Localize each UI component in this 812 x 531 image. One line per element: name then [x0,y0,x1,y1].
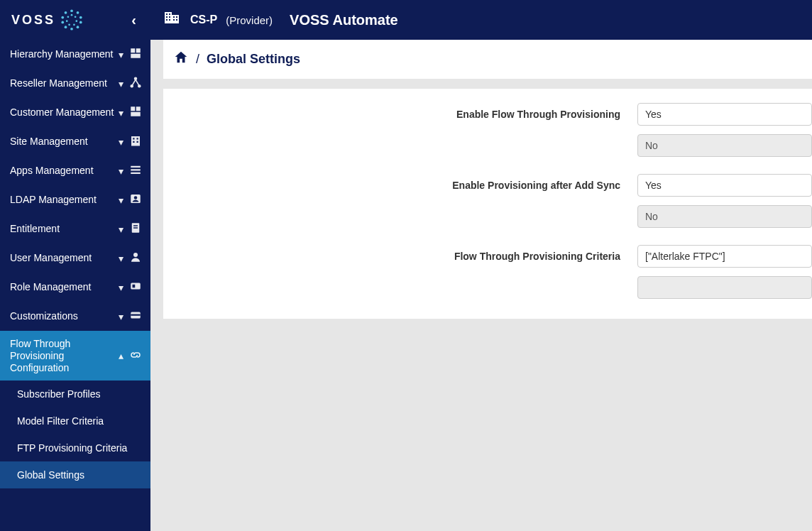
form-label: Enable Flow Through Provisioning [163,103,637,126]
chevron-down-icon: ▾ [119,78,124,89]
sidebar-item-label: User Management [10,252,114,264]
home-icon[interactable] [173,50,189,69]
chevron-down-icon: ▾ [119,253,124,264]
svg-rect-27 [133,138,134,139]
contact-icon [129,192,142,207]
provider-label: (Provider) [226,14,273,26]
provider-code[interactable]: CS-P [190,13,217,26]
svg-point-12 [75,20,77,22]
sub-item-label: FTP Provisioning Criteria [17,442,127,454]
svg-rect-41 [133,285,136,288]
form-group-enable-after-add-sync: Enable Provisioning after Add Sync [163,174,812,228]
svg-rect-49 [169,16,170,18]
doc-icon [129,221,142,236]
breadcrumb-panel: / Global Settings [163,40,812,79]
sidebar-item-reseller-management[interactable]: Reseller Management ▾ [0,69,150,98]
form-group-flow-through-criteria: Flow Through Provisioning Criteria [163,245,812,299]
chevron-down-icon: ▾ [119,282,124,293]
svg-rect-17 [131,48,135,53]
form-panel: Enable Flow Through Provisioning Enable … [163,89,812,319]
enable-flow-through-secondary [637,134,812,157]
sidebar-subnav: Subscriber Profiles Model Filter Criteri… [0,381,150,488]
sub-item-label: Subscriber Profiles [17,388,101,400]
svg-rect-18 [136,48,141,53]
svg-rect-31 [131,166,141,168]
card-icon [129,309,142,324]
sidebar-item-entitlement[interactable]: Entitlement ▾ [0,214,150,243]
svg-rect-54 [173,19,175,21]
enable-after-add-sync-input[interactable] [637,174,812,197]
sidebar-item-label: Flow Through Provisioning Configuration [10,338,114,373]
sidebar-item-label: Reseller Management [10,77,114,89]
svg-rect-29 [133,141,134,143]
brand-logo[interactable]: VOSS [11,8,84,32]
enable-after-add-sync-secondary [637,205,812,228]
sidebar-item-apps-management[interactable]: Apps Management ▾ [0,156,150,185]
svg-rect-51 [169,19,170,21]
svg-point-39 [133,253,138,257]
svg-rect-45 [172,15,179,23]
chevron-down-icon: ▾ [119,136,124,148]
sidebar-item-label: Site Management [10,136,114,148]
content-area: / Global Settings Enable Flow Through Pr… [150,40,812,531]
badge-icon [129,280,142,295]
sub-item-label: Model Filter Criteria [17,415,104,427]
sidebar-item-label: Role Management [10,281,114,293]
org-icon [129,47,142,62]
breadcrumb: / Global Settings [163,40,812,79]
sidebar-item-customer-management[interactable]: Customer Management ▾ [0,98,150,127]
link-icon [129,349,142,363]
flow-through-criteria-input[interactable] [637,245,812,268]
chevron-down-icon: ▾ [119,107,124,119]
sub-item-model-filter-criteria[interactable]: Model Filter Criteria [0,407,150,434]
chevron-down-icon: ▾ [119,165,124,177]
sidebar-item-role-management[interactable]: Role Management ▾ [0,273,150,302]
sub-item-ftp-provisioning-criteria[interactable]: FTP Provisioning Criteria [0,434,150,461]
sidebar-item-customizations[interactable]: Customizations ▾ [0,302,150,331]
sub-item-subscriber-profiles[interactable]: Subscriber Profiles [0,381,150,407]
org-icon [129,105,142,120]
svg-point-7 [61,21,64,24]
form-group-enable-flow-through: Enable Flow Through Provisioning [163,103,812,157]
chevron-down-icon: ▾ [119,311,124,322]
topbar: CS-P (Provider) VOSS Automate [150,0,812,40]
form-label: Flow Through Provisioning Criteria [163,245,637,268]
sidebar-item-hierarchy-management[interactable]: Hierarchy Management ▾ [0,40,150,69]
building-icon [129,134,142,149]
svg-point-8 [61,16,64,19]
svg-point-0 [70,9,73,12]
svg-rect-37 [133,225,138,226]
svg-point-2 [79,16,82,19]
sidebar-item-label: Customer Management [10,106,114,119]
org-icon [163,9,180,31]
svg-rect-43 [131,314,141,316]
svg-rect-28 [137,138,138,139]
svg-rect-53 [176,16,177,18]
svg-rect-46 [166,13,168,15]
app-title: VOSS Automate [290,12,398,28]
sidebar-item-ldap-management[interactable]: LDAP Management ▾ [0,185,150,214]
svg-rect-44 [165,12,172,23]
svg-rect-25 [131,112,141,116]
sidebar-collapse-button[interactable]: ‹ [127,9,141,31]
svg-point-3 [79,21,82,24]
svg-rect-50 [166,19,168,21]
svg-point-13 [73,23,75,26]
sidebar-item-flow-through-provisioning[interactable]: Flow Through Provisioning Configuration … [0,331,150,381]
svg-rect-48 [166,16,168,18]
svg-point-35 [134,196,138,199]
sidebar: VOSS ‹ [0,0,150,531]
sidebar-item-label: Entitlement [10,223,114,235]
main-column: CS-P (Provider) VOSS Automate / Global S… [150,0,812,531]
svg-rect-52 [173,16,175,18]
svg-point-5 [70,28,73,31]
sub-item-global-settings[interactable]: Global Settings [0,461,150,488]
sidebar-item-label: Customizations [10,310,114,322]
svg-rect-40 [131,283,141,290]
enable-flow-through-input[interactable] [637,103,812,126]
sidebar-item-site-management[interactable]: Site Management ▾ [0,127,150,156]
sidebar-item-user-management[interactable]: User Management ▾ [0,243,150,273]
svg-rect-30 [137,141,138,143]
sidebar-nav: Hierarchy Management ▾ Reseller Manageme… [0,40,150,531]
brand-name: VOSS [11,13,55,28]
